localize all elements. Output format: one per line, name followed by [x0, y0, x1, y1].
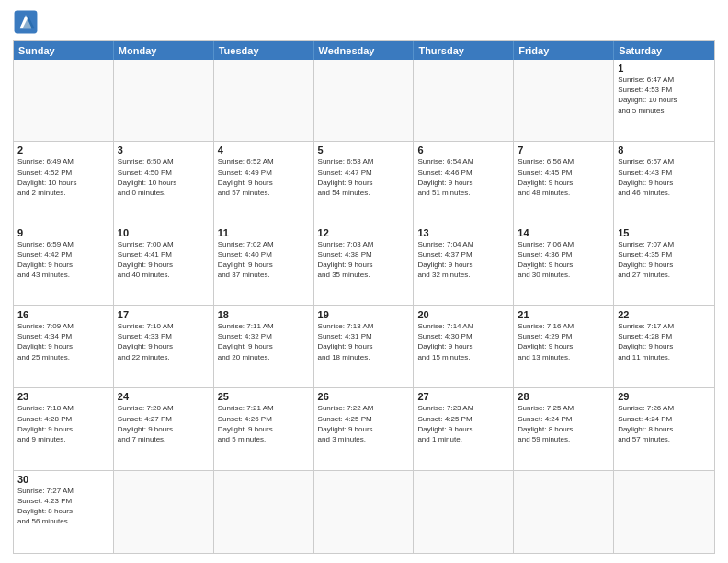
- day-number: 18: [218, 309, 310, 320]
- calendar-week-row: 9Sunrise: 6:59 AM Sunset: 4:42 PM Daylig…: [14, 224, 714, 306]
- day-number: 22: [618, 309, 711, 320]
- calendar-cell: 4Sunrise: 6:52 AM Sunset: 4:49 PM Daylig…: [214, 142, 314, 223]
- day-info: Sunrise: 7:21 AM Sunset: 4:26 PM Dayligh…: [218, 403, 310, 444]
- day-info: Sunrise: 7:00 AM Sunset: 4:41 PM Dayligh…: [118, 239, 210, 281]
- day-number: 6: [417, 144, 509, 155]
- calendar-cell: 15Sunrise: 7:07 AM Sunset: 4:35 PM Dayli…: [614, 224, 714, 305]
- calendar-day-header: Saturday: [614, 41, 714, 60]
- calendar-cell: 21Sunrise: 7:16 AM Sunset: 4:29 PM Dayli…: [514, 306, 614, 387]
- day-number: 23: [17, 391, 109, 402]
- day-info: Sunrise: 7:20 AM Sunset: 4:27 PM Dayligh…: [118, 403, 210, 444]
- calendar-page: SundayMondayTuesdayWednesdayThursdayFrid…: [0, 0, 728, 563]
- day-info: Sunrise: 6:49 AM Sunset: 4:52 PM Dayligh…: [17, 156, 109, 198]
- day-info: Sunrise: 7:13 AM Sunset: 4:31 PM Dayligh…: [318, 321, 410, 362]
- calendar-cell: 2Sunrise: 6:49 AM Sunset: 4:52 PM Daylig…: [14, 142, 114, 223]
- calendar-cell: [214, 471, 314, 553]
- day-number: 14: [518, 227, 609, 238]
- day-info: Sunrise: 6:56 AM Sunset: 4:45 PM Dayligh…: [518, 156, 609, 198]
- day-info: Sunrise: 7:02 AM Sunset: 4:40 PM Dayligh…: [218, 239, 310, 281]
- calendar-day-header: Sunday: [14, 41, 114, 60]
- calendar-body: 1Sunrise: 6:47 AM Sunset: 4:53 PM Daylig…: [14, 60, 714, 553]
- calendar-cell: 25Sunrise: 7:21 AM Sunset: 4:26 PM Dayli…: [214, 388, 314, 469]
- calendar-week-row: 23Sunrise: 7:18 AM Sunset: 4:28 PM Dayli…: [14, 388, 714, 470]
- calendar-cell: [514, 471, 614, 553]
- calendar-cell: 9Sunrise: 6:59 AM Sunset: 4:42 PM Daylig…: [14, 224, 114, 305]
- calendar-cell: 28Sunrise: 7:25 AM Sunset: 4:24 PM Dayli…: [514, 388, 614, 469]
- day-number: 1: [618, 63, 711, 74]
- day-number: 13: [417, 227, 509, 238]
- day-number: 4: [218, 144, 310, 155]
- calendar-cell: 1Sunrise: 6:47 AM Sunset: 4:53 PM Daylig…: [614, 60, 714, 141]
- calendar-cell: 20Sunrise: 7:14 AM Sunset: 4:30 PM Dayli…: [414, 306, 514, 387]
- calendar-cell: [314, 471, 415, 553]
- calendar-cell: 26Sunrise: 7:22 AM Sunset: 4:25 PM Dayli…: [314, 388, 415, 469]
- day-info: Sunrise: 6:59 AM Sunset: 4:42 PM Dayligh…: [17, 239, 109, 281]
- day-info: Sunrise: 6:50 AM Sunset: 4:50 PM Dayligh…: [118, 156, 210, 198]
- calendar-cell: [514, 60, 614, 141]
- calendar-week-row: 30Sunrise: 7:27 AM Sunset: 4:23 PM Dayli…: [14, 471, 714, 553]
- day-info: Sunrise: 6:54 AM Sunset: 4:46 PM Dayligh…: [417, 156, 509, 198]
- calendar-cell: [14, 60, 114, 141]
- calendar-cell: 30Sunrise: 7:27 AM Sunset: 4:23 PM Dayli…: [14, 471, 114, 553]
- day-number: 21: [518, 309, 609, 320]
- calendar-cell: 22Sunrise: 7:17 AM Sunset: 4:28 PM Dayli…: [614, 306, 714, 387]
- calendar-cell: 3Sunrise: 6:50 AM Sunset: 4:50 PM Daylig…: [114, 142, 214, 223]
- calendar-week-row: 16Sunrise: 7:09 AM Sunset: 4:34 PM Dayli…: [14, 306, 714, 388]
- calendar-week-row: 1Sunrise: 6:47 AM Sunset: 4:53 PM Daylig…: [14, 60, 714, 142]
- calendar-grid: SundayMondayTuesdayWednesdayThursdayFrid…: [13, 40, 715, 554]
- day-number: 27: [417, 391, 509, 402]
- day-number: 28: [518, 391, 609, 402]
- calendar-cell: [314, 60, 415, 141]
- day-number: 24: [118, 391, 210, 402]
- calendar-cell: 13Sunrise: 7:04 AM Sunset: 4:37 PM Dayli…: [414, 224, 514, 305]
- logo-icon: [13, 9, 39, 35]
- calendar-cell: [614, 471, 714, 553]
- day-info: Sunrise: 7:04 AM Sunset: 4:37 PM Dayligh…: [417, 239, 509, 281]
- calendar-header-row: SundayMondayTuesdayWednesdayThursdayFrid…: [14, 41, 714, 60]
- calendar-day-header: Tuesday: [214, 41, 314, 60]
- calendar-cell: [114, 60, 214, 141]
- calendar-cell: 7Sunrise: 6:56 AM Sunset: 4:45 PM Daylig…: [514, 142, 614, 223]
- day-info: Sunrise: 7:23 AM Sunset: 4:25 PM Dayligh…: [417, 403, 509, 444]
- day-info: Sunrise: 7:07 AM Sunset: 4:35 PM Dayligh…: [618, 239, 711, 281]
- day-info: Sunrise: 7:11 AM Sunset: 4:32 PM Dayligh…: [218, 321, 310, 362]
- calendar-cell: [414, 60, 514, 141]
- calendar-cell: 8Sunrise: 6:57 AM Sunset: 4:43 PM Daylig…: [614, 142, 714, 223]
- logo: [13, 9, 42, 35]
- day-info: Sunrise: 7:09 AM Sunset: 4:34 PM Dayligh…: [17, 321, 109, 362]
- day-number: 8: [618, 144, 711, 155]
- calendar-day-header: Monday: [114, 41, 214, 60]
- day-number: 29: [618, 391, 711, 402]
- day-info: Sunrise: 7:03 AM Sunset: 4:38 PM Dayligh…: [318, 239, 410, 281]
- calendar-cell: 27Sunrise: 7:23 AM Sunset: 4:25 PM Dayli…: [414, 388, 514, 469]
- day-info: Sunrise: 6:53 AM Sunset: 4:47 PM Dayligh…: [318, 156, 410, 198]
- day-info: Sunrise: 7:22 AM Sunset: 4:25 PM Dayligh…: [318, 403, 410, 444]
- day-info: Sunrise: 6:57 AM Sunset: 4:43 PM Dayligh…: [618, 156, 711, 198]
- day-number: 15: [618, 227, 711, 238]
- calendar-week-row: 2Sunrise: 6:49 AM Sunset: 4:52 PM Daylig…: [14, 142, 714, 224]
- calendar-cell: 23Sunrise: 7:18 AM Sunset: 4:28 PM Dayli…: [14, 388, 114, 469]
- day-info: Sunrise: 7:06 AM Sunset: 4:36 PM Dayligh…: [518, 239, 609, 281]
- day-number: 9: [17, 227, 109, 238]
- day-info: Sunrise: 7:16 AM Sunset: 4:29 PM Dayligh…: [518, 321, 609, 362]
- day-number: 10: [118, 227, 210, 238]
- day-info: Sunrise: 7:10 AM Sunset: 4:33 PM Dayligh…: [118, 321, 210, 362]
- day-info: Sunrise: 7:14 AM Sunset: 4:30 PM Dayligh…: [417, 321, 509, 362]
- calendar-cell: 5Sunrise: 6:53 AM Sunset: 4:47 PM Daylig…: [314, 142, 415, 223]
- day-number: 7: [518, 144, 609, 155]
- calendar-cell: 19Sunrise: 7:13 AM Sunset: 4:31 PM Dayli…: [314, 306, 415, 387]
- day-number: 25: [218, 391, 310, 402]
- day-number: 30: [17, 474, 109, 485]
- calendar-day-header: Friday: [514, 41, 614, 60]
- calendar-day-header: Wednesday: [314, 41, 415, 60]
- calendar-cell: [414, 471, 514, 553]
- day-number: 11: [218, 227, 310, 238]
- calendar-cell: 10Sunrise: 7:00 AM Sunset: 4:41 PM Dayli…: [114, 224, 214, 305]
- day-number: 16: [17, 309, 109, 320]
- day-info: Sunrise: 7:27 AM Sunset: 4:23 PM Dayligh…: [17, 486, 109, 527]
- day-info: Sunrise: 7:25 AM Sunset: 4:24 PM Dayligh…: [518, 403, 609, 444]
- day-info: Sunrise: 7:18 AM Sunset: 4:28 PM Dayligh…: [17, 403, 109, 444]
- calendar-cell: 18Sunrise: 7:11 AM Sunset: 4:32 PM Dayli…: [214, 306, 314, 387]
- calendar-cell: 29Sunrise: 7:26 AM Sunset: 4:24 PM Dayli…: [614, 388, 714, 469]
- calendar-day-header: Thursday: [414, 41, 514, 60]
